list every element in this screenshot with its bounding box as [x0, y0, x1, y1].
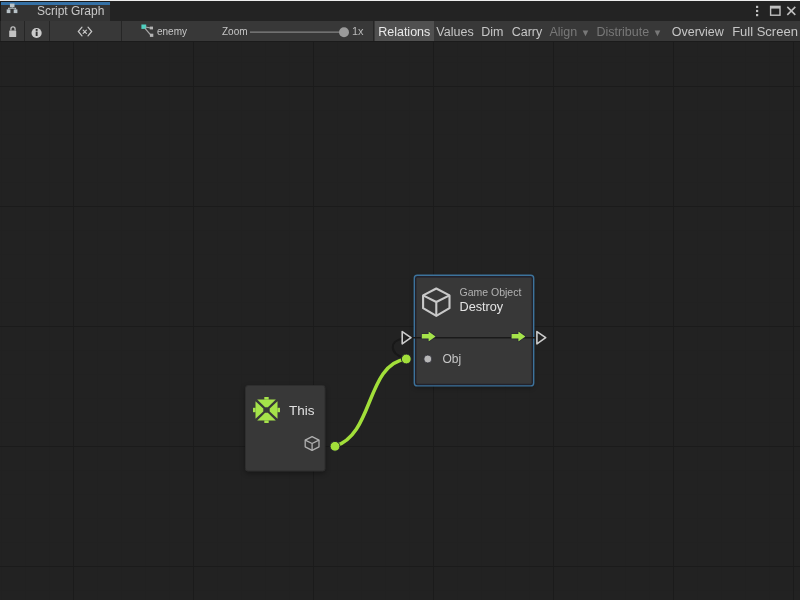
svg-text:This: This — [289, 403, 315, 418]
svg-text:Obj: Obj — [443, 352, 462, 366]
svg-text:Game Object: Game Object — [460, 286, 522, 298]
svg-text:Destroy: Destroy — [460, 300, 504, 314]
